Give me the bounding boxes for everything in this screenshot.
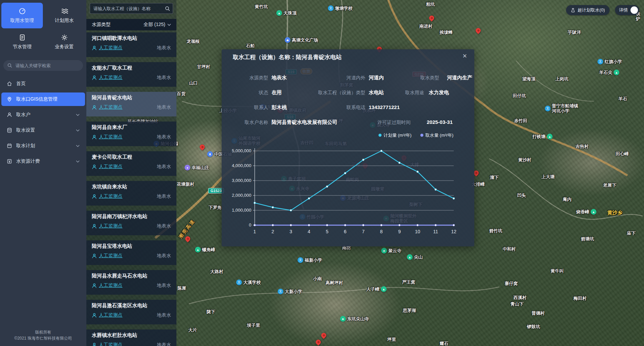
sidebar-item-6[interactable]: 水资源计费 [1, 155, 85, 168]
station-search-input[interactable] [93, 6, 165, 11]
station-meta-row: 人工监测点地表水 [92, 342, 171, 346]
menu-label: 水资源计费 [16, 158, 40, 164]
map-label: 山口 [189, 80, 198, 85]
map-label: 田心嶂 [616, 151, 629, 156]
field-label: 许可证过期时间 [353, 119, 411, 126]
station-search-box[interactable] [90, 3, 173, 14]
mount-poi: 烧香嶂▲ [576, 209, 596, 215]
module-tab-3[interactable]: 节水管理 [1, 29, 43, 55]
station-list-item[interactable]: 麦卡公司取水工程人工监测点地表水 [86, 151, 176, 176]
station-name: 麦卡公司取水工程 [92, 154, 171, 160]
sidebar-item-3[interactable]: 取水户 [1, 108, 85, 122]
map-label: 陇下 [206, 309, 215, 314]
station-meta-row: 人工监测点地表水 [92, 253, 171, 259]
sidebar-search-box[interactable] [3, 60, 83, 71]
mount-poi: 人子嶂▲ [366, 286, 387, 292]
map-pin[interactable] [184, 235, 191, 242]
monitor-point-link[interactable]: 人工监测点 [99, 253, 122, 259]
station-list-item[interactable]: 水唇镇水栏肚水电站人工监测点地表水 [86, 329, 176, 346]
monitor-point-link[interactable]: 人工监测点 [99, 312, 122, 318]
mount-poi: ▲螺角嶂 [195, 247, 215, 252]
field-label: 取水户名称 [211, 119, 268, 126]
app-sidebar: 取用水管理计划用水节水管理业务设置 首页取水口GIS信息管理取水户取水设置取水计… [0, 0, 86, 346]
map-label: 大溪学校 [243, 280, 261, 285]
map-label: 高塘文化广场 [292, 37, 318, 43]
temple-icon: ♣ [340, 316, 346, 322]
sidebar-item-4[interactable]: 取水设置 [1, 124, 85, 137]
station-list-item[interactable]: 陆河县南万镇杞洋水电站人工监测点地表水 [86, 211, 176, 235]
monitor-point-link[interactable]: 人工监测点 [99, 104, 122, 110]
station-list-item[interactable]: 陆河县激石溪老区水电站人工监测点地表水 [86, 300, 176, 324]
mount-icon: ▲ [407, 254, 413, 260]
svg-text:6: 6 [344, 229, 346, 234]
station-list-item[interactable]: 陆河县青碇水电站人工监测点地表水 [86, 92, 176, 116]
search-icon[interactable] [165, 6, 170, 11]
map-label: 箭竹坑 [489, 228, 502, 233]
person-icon [92, 283, 97, 288]
filter-dropdown[interactable]: 全部 (125) [143, 22, 171, 28]
station-list-panel: 水源类型 全部 (125) 河口镇唱歌潭水电站人工监测点地表水友能水厂取水工程人… [86, 0, 176, 346]
pin-icon [7, 97, 12, 102]
station-list-item[interactable]: 东坑镇自来水站人工监测点地表水 [86, 181, 176, 206]
mount-poi: 羊石尖▲ [599, 70, 619, 75]
document-icon [19, 34, 26, 41]
close-icon[interactable]: × [463, 52, 467, 60]
map-pin[interactable] [199, 143, 206, 151]
module-label: 节水管理 [13, 44, 32, 50]
station-list-item[interactable]: 陆河县宝塔水电站人工监测点地表水 [86, 240, 176, 265]
sidebar-item-5[interactable]: 取水计划 [1, 139, 85, 153]
menu-label: 取水口GIS信息管理 [16, 96, 57, 102]
monitor-point-link[interactable]: 人工监测点 [99, 164, 122, 170]
menu-label: 首页 [16, 81, 26, 87]
toggle-knob[interactable] [631, 6, 638, 14]
map-label: 青山下 [510, 301, 524, 307]
school-icon: 文 [298, 257, 303, 263]
monitor-point-link[interactable]: 人工监测点 [99, 342, 122, 346]
station-list-item[interactable]: 陆河县水唇走马石水电站人工监测点地表水 [86, 270, 176, 295]
over-plan-button[interactable]: 超计划取水(0) [566, 5, 610, 15]
station-list-item[interactable]: 河口镇唱歌潭水电站人工监测点地表水 [86, 32, 176, 57]
monitor-point-link[interactable]: 人工监测点 [99, 193, 122, 199]
map-label: 上岗坑 [555, 76, 568, 81]
mount-poi: ▲尖山 [407, 254, 423, 260]
svg-text:4: 4 [308, 229, 310, 234]
sidebar-search-input[interactable] [15, 63, 79, 69]
station-list-item[interactable]: 友能水厂取水工程人工监测点地表水 [86, 62, 176, 87]
svg-text:2,000,000: 2,000,000 [232, 193, 251, 198]
module-tab-2[interactable]: 计划用水 [44, 3, 85, 28]
map-label: 挨垅蜂 [440, 30, 453, 35]
station-list-item[interactable]: 陆河县自来水厂人工监测点地表水 [86, 122, 176, 146]
monitor-point-link[interactable]: 人工监测点 [99, 134, 122, 140]
map-pin[interactable] [315, 339, 322, 346]
map-label: 赤竹田 [514, 118, 527, 123]
map-label: 庙下 [627, 231, 636, 236]
map-label: 福新小学 [305, 258, 322, 263]
field-value: 2025-03-31 [427, 119, 453, 125]
field-value: 彭木桃 [272, 104, 287, 111]
monitor-point-link[interactable]: 人工监测点 [99, 283, 122, 289]
map-pin[interactable] [475, 27, 482, 34]
field-label: 联系人 [211, 105, 268, 111]
module-tab-1[interactable]: 取用水管理 [1, 3, 43, 28]
sidebar-item-1[interactable]: 首页 [1, 77, 85, 90]
station-name: 陆河县青碇水电站 [92, 95, 171, 101]
water-source-type: 地表水 [157, 164, 171, 170]
monitor-point-link[interactable]: 人工监测点 [99, 45, 122, 51]
modal-title: 取水工程（设施）名称：陆河县青碇水电站 [233, 53, 342, 61]
map-pin[interactable] [320, 332, 327, 339]
map-label: 黄沙村 [518, 157, 531, 162]
sidebar-item-2[interactable]: 取水口GIS信息管理 [1, 92, 85, 106]
map-label: 思茅湖 [403, 308, 416, 313]
map-pin[interactable] [428, 15, 435, 22]
module-label: 取用水管理 [10, 18, 34, 24]
school-poi: 文大溪学校 [236, 280, 261, 285]
monitor-point-link[interactable]: 人工监测点 [99, 223, 122, 229]
map-label: 望海顶 [522, 76, 535, 81]
monitor-point-link[interactable]: 人工监测点 [99, 75, 122, 81]
station-meta-row: 人工监测点地表水 [92, 283, 171, 289]
field-value: 地表水 [272, 75, 287, 81]
mount-icon: ▲ [547, 134, 553, 139]
resort-poi: ♦幸福山庄 [185, 165, 209, 170]
detail-toggle[interactable]: 详情 [615, 5, 639, 15]
module-tab-4[interactable]: 业务设置 [44, 29, 85, 55]
